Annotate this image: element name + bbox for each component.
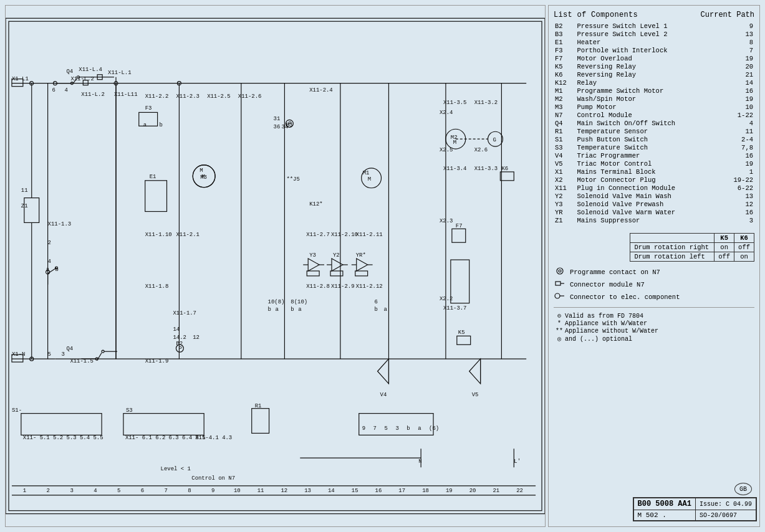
svg-text:31: 31 [274,116,281,122]
component-desc: Programme Switch Motor [576,87,726,95]
connector-module-label: Connector module N7 [570,281,645,288]
svg-text:b: b [160,122,163,128]
svg-rect-51 [139,112,158,126]
svg-text:M: M [200,168,203,174]
programme-contact-icon [554,267,566,277]
component-path: 3 [726,216,754,224]
svg-text:14: 14 [328,488,335,494]
component-path: 4 [726,119,754,127]
svg-text:X11-3.3: X11-3.3 [474,166,498,172]
svg-text:X11- 6.1 6.2 6.3 6.4  8.5: X11- 6.1 6.2 6.3 6.4 8.5 [125,435,206,441]
component-id: K5 [554,62,576,70]
component-path: 20 [726,62,754,70]
svg-text:1: 1 [23,488,26,494]
component-path: 14 [726,78,754,87]
component-id: F7 [554,54,576,62]
component-path: 8 [726,38,754,46]
svg-line-165 [98,353,102,359]
component-id: S3 [554,143,576,151]
svg-text:9: 9 [362,425,365,432]
svg-text:X11-L.1: X11-L.1 [108,70,132,76]
component-path: 16 [726,87,754,95]
component-row: M3 Pump Motor 10 [554,103,754,111]
svg-rect-104 [355,271,368,276]
svg-rect-83 [457,336,471,344]
component-desc: Control Module [576,111,726,119]
svg-text:X11-2.9: X11-2.9 [331,283,355,290]
svg-text:17: 17 [398,488,405,494]
relay-table: K5 K6 Drum rotation right on off Drum ro… [630,233,754,262]
note-text-3: Appliance without W/Water [565,328,658,335]
component-id: N7 [554,111,576,119]
svg-text:21: 21 [493,488,499,494]
component-id: V4 [554,151,576,159]
svg-text:X2.3: X2.3 [440,218,453,224]
svg-text:X11-3.2: X11-3.2 [474,100,498,106]
component-id: M1 [554,87,576,95]
svg-text:6: 6 [375,299,378,305]
svg-text:Q4: Q4 [66,69,73,75]
svg-text:4: 4 [94,488,97,494]
svg-text:X11-2.1: X11-2.1 [176,232,200,238]
components-table: B2 Pressure Switch Level 1 9 B3 Pressure… [554,22,754,224]
component-id: F3 [554,46,576,54]
svg-text:6: 6 [52,87,55,93]
notes-section: ⊙ Valid as from FD 7804 * Appliance with… [554,307,754,343]
svg-text:YR*: YR* [356,252,366,259]
component-desc: Reversing Relay [576,62,726,70]
svg-text:P: P [288,121,291,127]
svg-text:(6): (6) [429,425,439,432]
svg-rect-117 [123,414,204,435]
svg-text:X11-2.11: X11-2.11 [356,232,383,238]
svg-rect-47 [24,198,39,223]
svg-text:11: 11 [257,488,264,494]
main-container: text { font-family: 'Courier New', monos… [0,0,765,532]
svg-text:**J5: **J5 [286,176,299,183]
svg-text:X11-1.3: X11-1.3 [48,221,72,227]
svg-rect-94 [307,271,319,276]
svg-text:X11-L11: X11-L11 [114,92,138,98]
component-path: 2-4 [726,135,754,143]
component-row: B3 Pressure Switch Level 2 13 [554,30,754,38]
component-path: 1 [726,168,754,176]
component-id: X2 [554,176,576,184]
svg-text:Control on N7: Control on N7 [191,475,235,482]
svg-point-166 [102,350,104,353]
svg-rect-107 [451,260,469,303]
component-row: V5 Triac Motor Control 19 [554,159,754,168]
gb-badge: GB [734,483,752,495]
svg-text:34: 34 [281,124,288,130]
component-row: E1 Heater 8 [554,38,754,46]
note-icon-1: ⊙ [554,312,565,320]
svg-text:6: 6 [141,488,144,494]
component-desc: Pressure Switch Level 2 [576,30,726,38]
svg-text:X11-1.8: X11-1.8 [145,283,169,290]
svg-text:X11-2.2: X11-2.2 [145,93,169,100]
svg-marker-84 [378,359,389,384]
svg-text:K5: K5 [458,330,465,336]
svg-text:G: G [493,137,496,143]
svg-text:X11-2.4: X11-2.4 [309,87,333,93]
connector-elec-icon [554,292,566,302]
svg-text:a: a [298,306,302,313]
svg-text:11: 11 [21,188,28,194]
svg-rect-112 [252,409,269,434]
component-path: 13 [726,30,754,38]
svg-text:a: a [383,306,387,313]
svg-text:12: 12 [193,335,200,341]
component-id: V5 [554,159,576,168]
svg-text:L': L' [514,458,521,465]
svg-text:V5: V5 [472,392,479,398]
svg-text:X11-3.4: X11-3.4 [443,166,467,172]
component-path: 19 [726,95,754,103]
svg-text:X11-2.7: X11-2.7 [306,232,330,238]
right-panel: List of Components Current Path B2 Press… [548,5,760,527]
note-text-4: and (...) optional [565,336,632,343]
svg-point-211 [559,270,561,272]
component-path: 7,8 [726,143,754,151]
doc-code: B00 5008 AA1 [633,498,695,510]
svg-rect-114 [21,414,102,435]
component-row: X2 Motor Connector Plug 19-22 [554,176,754,184]
component-id: M2 [554,95,576,103]
svg-text:X11-2.3: X11-2.3 [176,93,200,100]
